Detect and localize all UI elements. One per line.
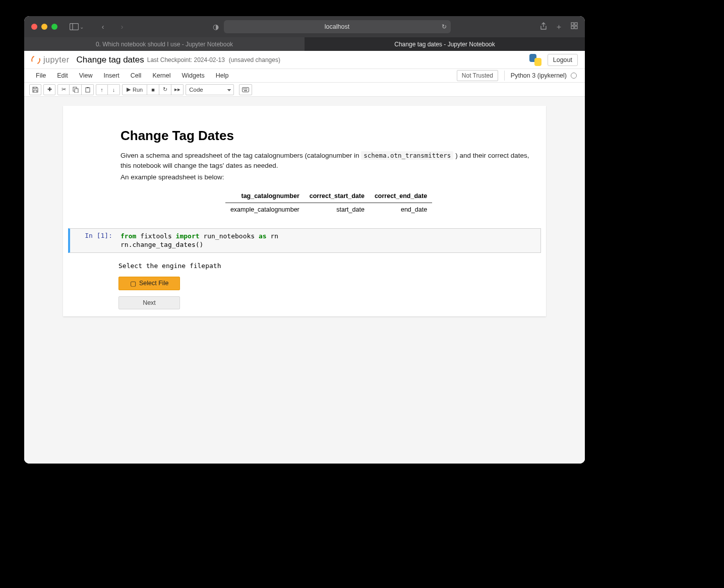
nav-arrows: ‹ › — [97, 23, 128, 31]
svg-rect-5 — [575, 26, 577, 29]
toolbar: ✚ ✂ ↑ ↓ ▶ Run ■ ↻ ▸▸ Code — [24, 83, 585, 97]
svg-rect-9 — [87, 87, 89, 88]
svg-rect-2 — [571, 23, 574, 25]
notebook-container: Change Tag Dates Given a schema and spre… — [63, 106, 546, 316]
file-icon: ▢ — [130, 280, 136, 287]
restart-run-all-button[interactable]: ▸▸ — [171, 84, 184, 95]
tabbar: 0. Which notebook should I use - Jupyter… — [24, 37, 585, 51]
address-area: ◑ localhost ↻ — [132, 20, 531, 33]
run-button[interactable]: ▶ Run — [122, 84, 147, 95]
th-1: correct_start_date — [305, 189, 370, 203]
md-paragraph-2: An example spreadsheet is below: — [120, 172, 537, 182]
paste-button[interactable] — [82, 84, 94, 95]
svg-rect-8 — [86, 88, 90, 92]
kernel-indicator[interactable]: Python 3 (ipykernel) — [504, 71, 579, 81]
maximize-window-button[interactable] — [51, 24, 57, 30]
jupyter-logo-icon — [30, 54, 41, 66]
menu-insert[interactable]: Insert — [98, 72, 125, 79]
copy-button[interactable] — [70, 84, 82, 95]
command-palette-button[interactable] — [239, 84, 252, 95]
svg-rect-3 — [575, 23, 577, 25]
notebook-area: Change Tag Dates Given a schema and spre… — [24, 97, 585, 464]
trust-indicator[interactable]: Not Trusted — [457, 70, 498, 81]
tab-title: 0. Which notebook should I use - Jupyter… — [96, 41, 233, 48]
svg-rect-10 — [243, 87, 249, 92]
menu-widgets[interactable]: Widgets — [176, 72, 210, 79]
svg-rect-11 — [244, 88, 245, 89]
select-file-label: Select File — [139, 280, 168, 287]
inline-code: schema.otn_transmitters — [361, 151, 453, 160]
md-paragraph-1: Given a schema and spreadsheet of the ta… — [120, 151, 537, 170]
interrupt-button[interactable]: ■ — [147, 84, 159, 95]
svg-rect-14 — [244, 90, 247, 91]
back-button[interactable]: ‹ — [97, 23, 109, 31]
reload-icon[interactable]: ↻ — [442, 23, 447, 30]
move-down-button[interactable]: ↓ — [108, 84, 120, 95]
page-content: jupyter Change tag dates Last Checkpoint… — [24, 51, 585, 464]
browser-tab-0[interactable]: 0. Which notebook should I use - Jupyter… — [24, 37, 305, 51]
menu-file[interactable]: File — [30, 72, 51, 79]
svg-rect-7 — [75, 89, 78, 93]
tab-overview-icon[interactable] — [571, 22, 578, 32]
svg-rect-0 — [70, 24, 79, 30]
titlebar: ⌄ ‹ › ◑ localhost ↻ ＋ — [24, 16, 585, 37]
menu-view[interactable]: View — [74, 72, 98, 79]
cell-type-select[interactable]: Code — [186, 84, 234, 95]
window-controls — [31, 24, 57, 30]
sidebar-toggle-button[interactable]: ⌄ — [70, 23, 84, 30]
tab-title: Change tag dates - Jupyter Notebook — [394, 41, 495, 48]
svg-rect-4 — [571, 26, 574, 29]
markdown-cell[interactable]: Change Tag Dates Given a schema and spre… — [63, 111, 546, 226]
new-tab-icon[interactable]: ＋ — [555, 22, 563, 32]
cut-button[interactable]: ✂ — [57, 84, 70, 95]
close-window-button[interactable] — [31, 24, 37, 30]
kernel-name: Python 3 (ipykernel) — [511, 72, 567, 79]
share-icon[interactable] — [540, 22, 547, 32]
output-prompt-text: Select the engine filepath — [118, 262, 541, 270]
code-cell[interactable]: In [1]: from fixtools import run_noteboo… — [68, 228, 541, 253]
address-bar[interactable]: localhost ↻ — [224, 20, 451, 33]
save-button[interactable] — [29, 84, 41, 95]
browser-tab-1[interactable]: Change tag dates - Jupyter Notebook — [305, 37, 585, 51]
next-button[interactable]: Next — [118, 296, 180, 309]
jupyter-header: jupyter Change tag dates Last Checkpoint… — [24, 51, 585, 69]
menu-edit[interactable]: Edit — [51, 72, 74, 79]
jupyter-logo[interactable]: jupyter — [31, 55, 70, 64]
menu-cell[interactable]: Cell — [125, 72, 147, 79]
run-label: Run — [133, 87, 143, 93]
privacy-shield-icon[interactable]: ◑ — [213, 23, 219, 31]
titlebar-right: ＋ — [540, 22, 578, 32]
cell-output: Select the engine filepath ▢ Select File… — [118, 262, 541, 309]
cell-prompt: In [1]: — [70, 229, 116, 252]
menu-kernel[interactable]: Kernel — [147, 72, 176, 79]
md-title: Change Tag Dates — [120, 128, 537, 144]
select-file-button[interactable]: ▢ Select File — [118, 277, 180, 290]
browser-window: ⌄ ‹ › ◑ localhost ↻ ＋ 0. Which notebook … — [24, 16, 585, 464]
notebook-name[interactable]: Change tag dates — [77, 55, 144, 65]
jupyter-logo-text: jupyter — [43, 55, 70, 64]
svg-rect-13 — [247, 88, 248, 89]
address-text: localhost — [325, 23, 349, 30]
python-logo-icon — [528, 53, 542, 67]
minimize-window-button[interactable] — [41, 24, 47, 30]
kernel-status-icon — [571, 73, 577, 79]
restart-button[interactable]: ↻ — [159, 84, 171, 95]
add-cell-button[interactable]: ✚ — [43, 84, 55, 95]
menu-help[interactable]: Help — [210, 72, 234, 79]
forward-button[interactable]: › — [116, 23, 128, 31]
example-table: tag_catalognumber correct_start_date cor… — [225, 189, 432, 216]
prompt-empty — [67, 113, 115, 224]
unsaved-text: (unsaved changes) — [229, 56, 280, 63]
checkpoint-text: Last Checkpoint: 2024-02-13 — [147, 56, 225, 63]
move-up-button[interactable]: ↑ — [96, 84, 108, 95]
code-source[interactable]: from fixtools import run_notebooks as rn… — [116, 229, 540, 252]
svg-rect-12 — [245, 88, 246, 89]
menubar: File Edit View Insert Cell Kernel Widget… — [24, 69, 585, 83]
th-0: tag_catalognumber — [225, 189, 305, 203]
th-2: correct_end_date — [370, 189, 432, 203]
logout-button[interactable]: Logout — [548, 54, 578, 66]
table-row: example_catalognumber start_date end_dat… — [225, 203, 432, 216]
markdown-rendered: Change Tag Dates Given a schema and spre… — [115, 113, 542, 224]
